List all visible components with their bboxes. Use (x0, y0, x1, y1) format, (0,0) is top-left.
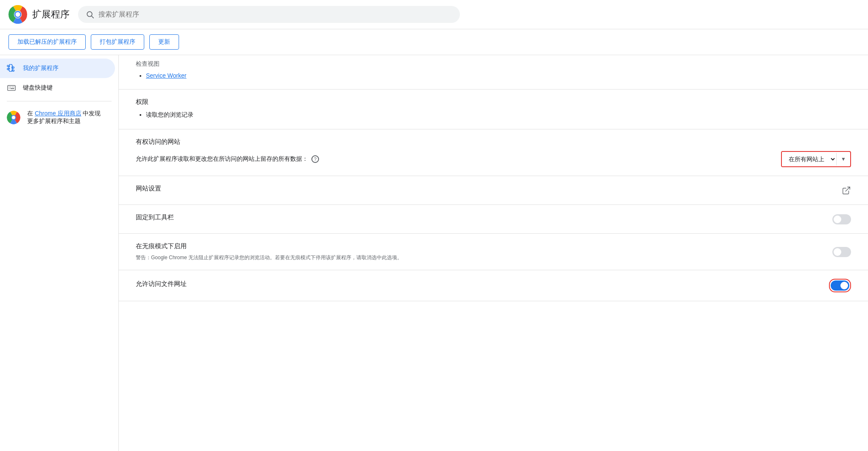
svg-point-3 (16, 12, 20, 17)
incognito-slider (832, 247, 851, 257)
incognito-warning: 警告：Google Chrome 无法阻止扩展程序记录您的浏览活动。若要在无痕模… (136, 254, 402, 261)
svg-line-17 (846, 187, 850, 191)
pin-toolbar-slider (832, 214, 851, 224)
pin-toolbar-row: 固定到工具栏 (136, 213, 851, 225)
file-access-row: 允许访问文件网址 (136, 279, 851, 292)
content-area: 检查视图 Service Worker 权限 读取您的浏览记录 有权访问的网站 … (119, 55, 868, 451)
chrome-logo-icon (8, 5, 27, 24)
file-access-toggle[interactable] (831, 280, 849, 291)
update-button[interactable]: 更新 (149, 34, 179, 50)
sidebar-item-my-extensions[interactable]: 我的扩展程序 (0, 59, 115, 78)
incognito-toggle[interactable] (832, 247, 851, 257)
file-access-toggle-highlight (829, 279, 851, 292)
search-input[interactable] (98, 11, 452, 18)
help-icon[interactable]: ? (311, 155, 319, 163)
list-item: 读取您的浏览记录 (146, 109, 851, 120)
keyboard-icon (7, 83, 16, 92)
section-website-access: 有权访问的网站 允许此扩展程序读取和更改您在所访问的网站上留存的所有数据： ? … (119, 129, 868, 176)
app-title: 扩展程序 (32, 8, 70, 21)
website-access-dropdown[interactable]: 在所有网站上 在特定网站上 询问 (782, 152, 836, 166)
section-inspect: 检查视图 Service Worker (119, 55, 868, 90)
service-worker-link[interactable]: Service Worker (146, 72, 186, 79)
website-access-description: 允许此扩展程序读取和更改您在所访问的网站上留存的所有数据： (136, 155, 308, 163)
svg-line-5 (92, 16, 94, 18)
permissions-title: 权限 (136, 98, 851, 106)
site-settings-title: 网站设置 (136, 185, 161, 193)
puzzle-icon (7, 64, 16, 73)
incognito-row: 在无痕模式下启用 警告：Google Chrome 无法阻止扩展程序记录您的浏览… (136, 242, 851, 261)
chrome-store-icon (7, 111, 20, 124)
website-access-title: 有权访问的网站 (136, 138, 851, 146)
permissions-list: 读取您的浏览记录 (136, 109, 851, 120)
website-access-row: 允许此扩展程序读取和更改您在所访问的网站上留存的所有数据： ? 在所有网站上 在… (136, 151, 851, 167)
sidebar-item-keyboard-shortcuts-label: 键盘快捷键 (23, 84, 53, 92)
section-site-settings: 网站设置 (119, 176, 868, 205)
pack-extension-button[interactable]: 打包扩展程序 (91, 34, 144, 50)
sidebar-item-my-extensions-label: 我的扩展程序 (23, 64, 59, 72)
section-permissions: 权限 读取您的浏览记录 (119, 90, 868, 129)
section-pin-toolbar: 固定到工具栏 (119, 205, 868, 234)
section-incognito: 在无痕模式下启用 警告：Google Chrome 无法阻止扩展程序记录您的浏览… (119, 234, 868, 270)
file-access-title: 允许访问文件网址 (136, 280, 187, 288)
list-item: Service Worker (146, 70, 851, 81)
search-bar (78, 6, 460, 23)
permission-item: 读取您的浏览记录 (146, 111, 193, 118)
svg-rect-6 (8, 86, 15, 91)
logo-area: 扩展程序 (8, 5, 70, 24)
svg-point-16 (12, 116, 15, 119)
website-access-label: 允许此扩展程序读取和更改您在所访问的网站上留存的所有数据： ? (136, 155, 781, 163)
sidebar-divider (7, 101, 112, 101)
dropdown-arrow-icon[interactable]: ▼ (836, 153, 850, 165)
sidebar: 我的扩展程序 键盘快捷键 (0, 55, 119, 451)
file-access-slider (831, 280, 849, 291)
incognito-title: 在无痕模式下启用 (136, 242, 402, 250)
discover-text: 在 Chrome 应用商店 中发现更多扩展程序和主题 (27, 110, 101, 125)
sidebar-discover: 在 Chrome 应用商店 中发现更多扩展程序和主题 (0, 105, 118, 130)
app-header: 扩展程序 (0, 0, 868, 29)
inspect-view-list: Service Worker (136, 70, 851, 81)
pin-toolbar-toggle[interactable] (832, 214, 851, 224)
search-icon (86, 10, 94, 19)
pin-toolbar-title: 固定到工具栏 (136, 213, 174, 221)
sidebar-item-keyboard-shortcuts[interactable]: 键盘快捷键 (0, 78, 115, 98)
main-layout: 我的扩展程序 键盘快捷键 (0, 55, 868, 451)
load-unpacked-button[interactable]: 加载已解压的扩展程序 (8, 34, 86, 50)
incognito-text-block: 在无痕模式下启用 警告：Google Chrome 无法阻止扩展程序记录您的浏览… (136, 242, 402, 261)
site-settings-row: 网站设置 (136, 185, 851, 196)
inspect-view-label: 检查视图 (136, 60, 851, 68)
toolbar: 加载已解压的扩展程序 打包扩展程序 更新 (0, 29, 868, 55)
chrome-store-link[interactable]: Chrome 应用商店 (35, 110, 81, 117)
section-file-access: 允许访问文件网址 (119, 270, 868, 301)
external-link-icon[interactable] (842, 186, 851, 195)
website-access-dropdown-wrapper: 在所有网站上 在特定网站上 询问 ▼ (781, 151, 851, 167)
